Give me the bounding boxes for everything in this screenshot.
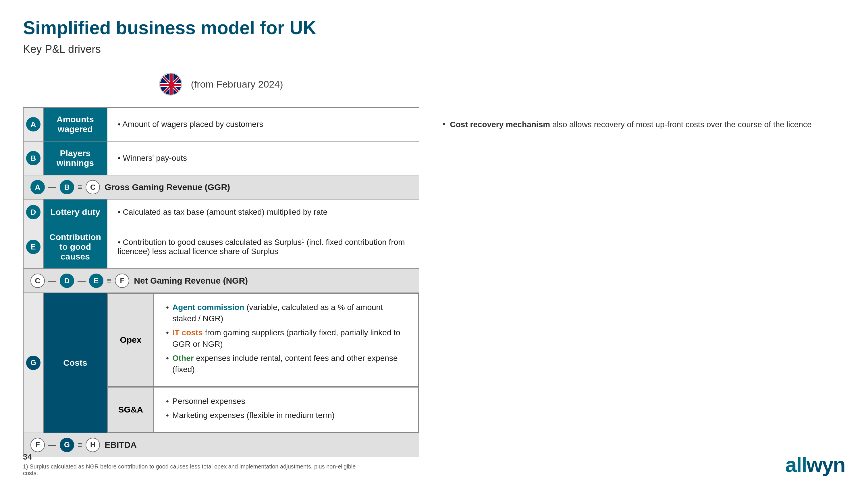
flag-row: (from February 2024) [159,73,283,96]
ebitda-formula: F — G ≡ H EBITDA [30,438,412,452]
sga-bullet-1: Personnel expenses [164,396,408,407]
content-lottery-duty: • Calculated as tax base (amount staked)… [107,199,419,225]
diagram-area: (from February 2024) A Amounts wagered •… [23,73,420,457]
row-b: B Players winnings • Winners' pay-outs [23,141,419,175]
costs-sga-row: SG&A Personnel expenses Marketing expens… [108,387,418,432]
uk-flag-icon [159,73,182,96]
sga-label: SG&A [108,387,154,432]
badge-g: G [26,356,40,370]
ngr-formula: C — D — E ≡ F Net Gaming Revenue (NGR) [30,273,412,288]
ebitda-label: EBITDA [104,440,137,450]
cost-recovery-bold: Cost recovery mechanism [450,120,550,129]
footer-left: 34 1) Surplus calculated as NGR before c… [23,452,368,477]
badge-e: E [26,240,40,254]
page: Simplified business model for UK Key P&L… [0,0,868,488]
cost-recovery-text: also allows recovery of most up-front co… [552,120,812,129]
badge-h-ebitda: H [86,438,100,452]
main-content: (from February 2024) A Amounts wagered •… [23,73,845,457]
ggr-formula: A — B ≡ C Gross Gaming Revenue (GGR) [30,180,412,194]
note-bullet-icon: • [442,119,445,129]
brand-name: all [785,453,807,476]
brand-name-accent: wyn [807,453,845,476]
badge-f-ebitda: F [30,438,45,452]
badge-d: D [26,205,40,219]
opex-content: Agent commission (variable, calculated a… [154,293,418,386]
sga-bullet-2: Marketing expenses (flexible in medium t… [164,410,408,421]
business-model-table: A Amounts wagered • Amount of wagers pla… [23,107,420,457]
agent-commission-label: Agent commission [172,303,244,312]
badge-a: A [26,117,40,131]
ggr-label: Gross Gaming Revenue (GGR) [104,182,230,192]
label-lottery-duty: Lottery duty [43,199,107,225]
note-text-1: Cost recovery mechanism also allows reco… [450,119,812,131]
label-amounts-wagered: Amounts wagered [43,107,107,141]
label-good-causes: Contribution to good causes [43,225,107,269]
costs-opex-row: Opex Agent commission (variable, calcula… [108,293,418,386]
opex-bullet-3: Other expenses include rental, content f… [164,353,408,375]
row-ngr: C — D — E ≡ F Net Gaming Revenue (NGR) [23,269,419,293]
page-subtitle: Key P&L drivers [23,43,845,56]
brand-logo: allwyn [785,453,845,477]
badge-b-ggr: B [60,180,74,194]
page-title: Simplified business model for UK [23,17,845,38]
notes-area: • Cost recovery mechanism also allows re… [442,73,845,457]
badge-e-ngr: E [89,273,103,288]
badge-g-ebitda: G [60,438,74,452]
content-players-winnings: • Winners' pay-outs [107,141,419,175]
content-amounts-wagered: • Amount of wagers placed by customers [107,107,419,141]
label-players-winnings: Players winnings [43,141,107,175]
sga-content: Personnel expenses Marketing expenses (f… [154,387,418,432]
page-number: 34 [23,452,368,462]
badge-d-ngr: D [60,273,74,288]
row-d: D Lottery duty • Calculated as tax base … [23,199,419,225]
label-costs: Costs [43,293,107,433]
badge-a-ggr: A [30,180,45,194]
footer: 34 1) Surplus calculated as NGR before c… [23,452,845,477]
it-costs-label: IT costs [172,328,203,337]
ngr-label: Net Gaming Revenue (NGR) [134,276,248,286]
row-a: A Amounts wagered • Amount of wagers pla… [23,107,419,141]
opex-bullet-2: IT costs from gaming suppliers (partiall… [164,327,408,349]
badge-f-ngr: F [115,273,129,288]
opex-bullet-list: Agent commission (variable, calculated a… [164,302,408,375]
badge-c-ngr: C [30,273,45,288]
sga-bullet-list: Personnel expenses Marketing expenses (f… [164,396,408,421]
row-g-opex: G Costs Opex [23,293,419,387]
badge-b: B [26,151,40,165]
row-ggr: A — B ≡ C Gross Gaming Revenue (GGR) [23,175,419,199]
opex-bullet-1: Agent commission (variable, calculated a… [164,302,408,324]
footnote: 1) Surplus calculated as NGR before cont… [23,463,368,477]
badge-c-ggr: C [86,180,100,194]
opex-label: Opex [108,293,154,386]
flag-label: (from February 2024) [191,79,283,90]
note-item-1: • Cost recovery mechanism also allows re… [442,119,845,131]
other-label: Other [172,354,194,363]
content-good-causes: • Contribution to good causes calculated… [107,225,419,269]
row-e: E Contribution to good causes • Contribu… [23,225,419,269]
